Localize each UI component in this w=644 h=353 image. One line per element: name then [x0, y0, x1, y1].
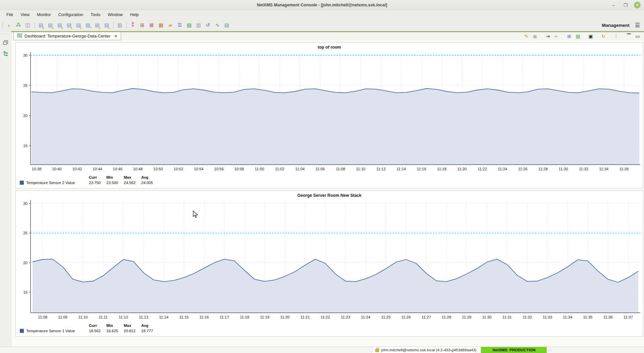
minimize-icon[interactable]: – [610, 1, 617, 9]
close-icon[interactable]: × [634, 2, 641, 8]
svg-text:11:37: 11:37 [624, 315, 633, 319]
window-controls: – ❐ × [610, 0, 641, 10]
toolbar-right: Management ☰ [602, 22, 640, 29]
statusbar-grip[interactable]: ⁞⁞ [547, 348, 553, 352]
menubar: FileViewMonitorConfigurationToolsWindowH… [0, 10, 644, 19]
chart-plot-area[interactable]: 11:0811:0911:1011:1111:1211:1311:1411:15… [16, 199, 643, 321]
left-rail: ···· [0, 31, 11, 347]
pin-view-icon[interactable]: ⇥ [544, 32, 552, 40]
menu-view[interactable]: View [17, 11, 33, 19]
svg-text:25: 25 [23, 83, 28, 87]
graph-image-icon[interactable]: ▧ [185, 21, 193, 29]
toolbar-separator [34, 22, 35, 28]
menu-tools[interactable]: Tools [87, 11, 104, 19]
chart-panel-1: top of room10:3810:4010:4210:4410:4610:4… [15, 42, 643, 188]
svg-text:11:06: 11:06 [316, 167, 325, 171]
svg-text:11:09: 11:09 [58, 315, 67, 319]
svg-text:11:33: 11:33 [543, 315, 552, 319]
history-search-icon[interactable]: ↺ [204, 21, 212, 29]
rail-grip[interactable]: ···· [2, 32, 9, 35]
svg-text:11:11: 11:11 [99, 315, 108, 319]
fullscreen-icon[interactable]: ▣ [587, 32, 595, 40]
svg-text:11:20: 11:20 [280, 315, 290, 319]
svg-text:11:21: 11:21 [301, 315, 310, 319]
hamburger-menu-icon[interactable]: ☰ [635, 22, 640, 29]
predefined-graph-icon[interactable]: ▤▲ [65, 21, 73, 29]
svg-text:10:50: 10:50 [153, 167, 163, 171]
legend-header: Min [106, 323, 124, 328]
predefined-graph-icon[interactable]: ▤▲ [46, 21, 54, 29]
predefined-graph-icon-badge: ▲ [61, 26, 64, 30]
svg-text:11:27: 11:27 [422, 315, 431, 319]
predefined-graph-icon-badge: ▲ [98, 26, 101, 30]
svg-text:11:22: 11:22 [321, 315, 330, 319]
menu-window[interactable]: Window [104, 11, 126, 19]
legend-value: 23.750 [89, 180, 106, 185]
view-maximize-icon[interactable]: ▭ [634, 32, 642, 40]
legend-value: 18.562 [89, 328, 106, 334]
cascade-windows-icon[interactable] [3, 40, 8, 46]
predefined-graph-icon[interactable]: ▤▲ [74, 21, 83, 29]
export-config-icon[interactable]: ▤ [223, 21, 231, 29]
svg-text:11:04: 11:04 [295, 167, 305, 171]
save-icon[interactable]: ▣ [531, 32, 539, 40]
svg-text:11:02: 11:02 [275, 167, 284, 171]
tab-label: Dashboard: Temperature-George-Data-Cente… [24, 34, 110, 39]
task-list-icon[interactable]: ☰ [176, 21, 184, 29]
svg-text:11:14: 11:14 [396, 167, 406, 171]
copy-icon[interactable]: ▥ [195, 21, 203, 29]
copy-clipboard-icon[interactable]: ▥ [116, 21, 124, 29]
tab-dashboard[interactable]: Dashboard: Temperature-George-Data-Cente… [13, 32, 121, 40]
svg-text:10:38: 10:38 [32, 167, 42, 171]
folder-icon[interactable]: ▰ [166, 21, 174, 29]
svg-text:11:14: 11:14 [159, 315, 169, 319]
chart-legend: CurrMinMaxAvgTemperature Sensor 1 Value1… [16, 321, 643, 336]
legend-value: 24.005 [141, 180, 159, 185]
maximize-icon[interactable]: ❐ [622, 1, 629, 9]
chart-plot-area[interactable]: 10:3810:4010:4210:4410:4610:4810:5010:52… [16, 51, 643, 173]
more-kebab-icon[interactable]: ⋮ [612, 32, 620, 40]
session-user-label: john.mitchell@netxms.ssk.local (4.2-433-… [381, 348, 476, 352]
svg-text:11:10: 11:10 [78, 315, 88, 319]
network-map-icon[interactable]: ⊞ [138, 21, 146, 29]
alarm-sounds-icon[interactable]: ◗ [5, 21, 13, 29]
svg-text:11:22: 11:22 [478, 167, 487, 171]
predefined-graph-icon-badge: ▲ [51, 26, 54, 30]
export-image-icon[interactable]: ▧ [574, 32, 582, 40]
view-minimize-icon[interactable]: ▔ [625, 32, 633, 40]
data-collection-icon[interactable]: ⁑ [129, 21, 137, 29]
svg-text:10:48: 10:48 [133, 167, 143, 171]
svg-text:11:16: 11:16 [200, 315, 209, 319]
svg-text:10:58: 10:58 [234, 167, 244, 171]
svg-text:11:20: 11:20 [458, 167, 467, 171]
menu-configuration[interactable]: Configuration [55, 11, 87, 19]
predefined-graph-icon[interactable]: ▤▲ [93, 21, 101, 29]
view-toolbar: ✎▣⇥⇤⊞▧▣↻⋮▔▭ [522, 32, 642, 40]
add-table-icon[interactable]: ⊞ [565, 32, 573, 40]
svg-text:10:44: 10:44 [93, 167, 102, 171]
line-chart-icon[interactable]: ∿ [213, 21, 221, 29]
svg-text:20: 20 [23, 114, 28, 118]
summary-table-icon[interactable]: ▦ [157, 21, 165, 29]
remove-monitor-icon[interactable]: ⊠ [148, 21, 156, 29]
menu-help[interactable]: Help [126, 11, 143, 19]
open-console-icon[interactable]: ◫ [24, 21, 32, 29]
edit-dashboard-icon[interactable]: ✎ [522, 32, 530, 40]
object-tree-icon[interactable] [3, 51, 8, 58]
svg-text:11:34: 11:34 [563, 315, 573, 319]
graph-edit-icon[interactable]: ▤✎ [84, 21, 92, 29]
svg-text:15: 15 [23, 144, 28, 148]
refresh-icon[interactable]: ↻ [599, 32, 607, 40]
chart-legend: CurrMinMaxAvgTemperature Sensor 2 Value2… [16, 173, 643, 188]
nav-back-icon[interactable]: ⇤ [552, 32, 560, 40]
predefined-graph-icon[interactable]: ▤▲ [37, 21, 45, 29]
tab-close-icon[interactable]: ✕ [114, 34, 117, 39]
svg-text:11:32: 11:32 [579, 167, 588, 171]
network-discovery-icon[interactable]: ⁂ [14, 21, 22, 29]
menu-monitor[interactable]: Monitor [33, 11, 55, 19]
menu-file[interactable]: File [3, 11, 17, 19]
workspace: ···· Dashboard: Temperature-George-Data-… [0, 31, 644, 347]
predefined-graph-icon[interactable]: ▤▲ [56, 21, 64, 29]
svg-text:10:40: 10:40 [52, 167, 62, 171]
predefined-graph-icon[interactable]: ▤▲ [103, 21, 111, 29]
